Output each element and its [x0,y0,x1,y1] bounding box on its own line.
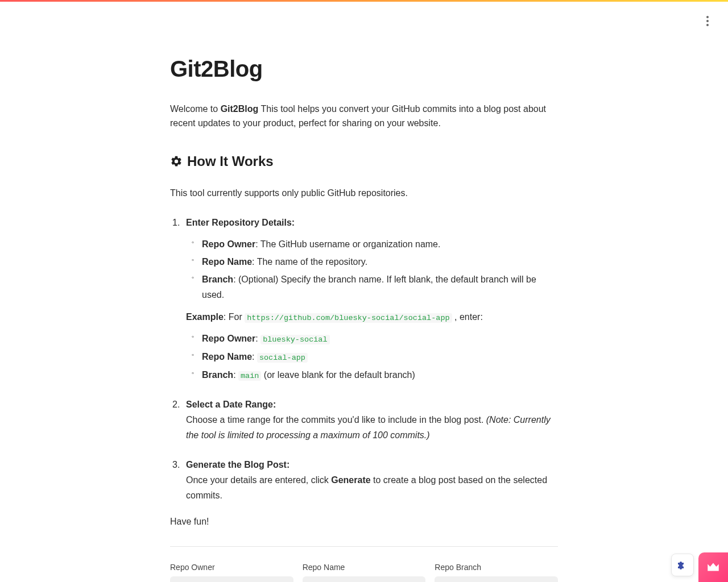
step-3-title: Generate the Blog Post: [186,460,289,469]
ex-owner-val: bluesky-social [260,335,329,344]
ex-branch-label: Branch [202,370,233,380]
how-it-works-text: How It Works [187,153,274,169]
repo-form-row: Repo Owner Repo Name Repo Branch [170,563,558,582]
step-3: Generate the Blog Post: Once your detail… [170,457,558,504]
field-repo-branch: Repo Branch [435,563,558,582]
field-repo-owner: Repo Owner [170,563,293,582]
detail-branch: Branch: (Optional) Specify the branch na… [202,272,558,302]
ex-branch: Branch: main (or leave blank for the def… [202,367,558,383]
step-2-title: Select a Date Range: [186,400,276,409]
have-fun: Have fun! [170,517,558,527]
label-repo-name-input: Repo Name [303,563,426,572]
text-repo-owner: : The GitHub username or organization na… [255,239,440,249]
more-options-button[interactable] [702,13,713,30]
steps-list: Enter Repository Details: Repo Owner: Th… [170,215,558,503]
repo-name-input[interactable] [303,576,426,582]
intro-prefix: Welcome to [170,104,221,114]
example-enter: , enter: [452,312,483,322]
field-repo-name: Repo Name [303,563,426,582]
label-repo-branch-input: Repo Branch [435,563,558,572]
ex-branch-tail: (or leave blank for the default branch) [261,370,415,380]
step-3-text-a: Once your details are entered, click [186,475,331,485]
detail-repo-owner: Repo Owner: The GitHub username or organ… [202,236,558,252]
page-title: Git2Blog [170,56,558,82]
label-repo-owner: Repo Owner [202,239,255,249]
step-1: Enter Repository Details: Repo Owner: Th… [170,215,558,383]
ex-branch-val: main [238,371,261,381]
step-1-details: Repo Owner: The GitHub username or organ… [186,236,558,303]
footer-badges [671,552,728,582]
crown-icon [706,560,721,575]
brand-name: Git2Blog [221,104,259,114]
detail-repo-name: Repo Name: The name of the repository. [202,254,558,269]
ex-name: Repo Name: social-app [202,349,558,365]
intro-paragraph: Welcome to Git2Blog This tool helps you … [170,102,558,131]
step-3-generate: Generate [331,475,370,485]
example-line: Example: For https://github.com/bluesky-… [186,309,558,325]
step-2-text: Choose a time range for the commits you'… [186,415,486,425]
label-branch: Branch [202,275,233,284]
ex-owner: Repo Owner: bluesky-social [202,331,558,347]
text-branch: : (Optional) Specify the branch name. If… [202,275,536,300]
label-repo-owner-input: Repo Owner [170,563,293,572]
gear-icon [170,155,183,168]
pro-badge-button[interactable] [698,552,728,582]
ex-name-label: Repo Name [202,352,252,361]
divider [170,546,558,547]
ex-name-val: social-app [257,353,308,363]
repo-owner-input[interactable] [170,576,293,582]
app-badge-button[interactable] [671,554,694,576]
example-values: Repo Owner: bluesky-social Repo Name: so… [186,331,558,383]
main-content: Git2Blog Welcome to Git2Blog This tool h… [170,2,558,582]
support-note: This tool currently supports only public… [170,186,558,201]
ex-owner-label: Repo Owner [202,334,255,343]
text-repo-name: : The name of the repository. [252,257,367,267]
label-repo-name: Repo Name [202,257,252,267]
step-2: Select a Date Range: Choose a time range… [170,397,558,443]
example-for: : For [224,312,245,322]
step-1-title: Enter Repository Details: [186,218,295,227]
how-it-works-heading: How It Works [170,153,558,169]
example-url: https://github.com/bluesky-social/social… [245,313,452,323]
example-label: Example [186,312,224,322]
puzzle-icon [676,558,689,572]
repo-branch-input[interactable] [435,576,558,582]
